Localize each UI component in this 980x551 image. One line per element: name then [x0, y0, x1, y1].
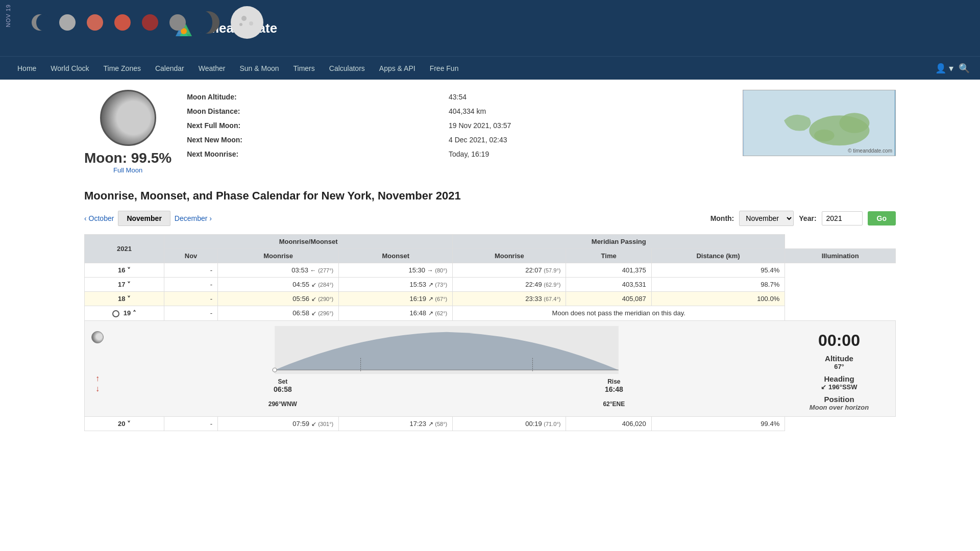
heading-icon: ↙: [821, 383, 826, 391]
down-arrow-icon: ↓: [95, 384, 100, 393]
set-label: Set 06:58 296°WNW: [268, 378, 297, 408]
rise-label: Rise 16:48 62°ENE: [603, 378, 625, 408]
nav-calculators[interactable]: Calculators: [322, 57, 372, 80]
go-button[interactable]: Go: [868, 211, 896, 226]
search-icon[interactable]: 🔍: [959, 63, 970, 74]
moonset-cell: 03:53 ← (277°): [218, 263, 339, 278]
moon-phase-3: [86, 13, 104, 32]
distance-cell: 403,531: [566, 278, 651, 292]
meridian-time-cell: 23:33 (67.4°): [453, 292, 566, 306]
next-new-value: 4 Dec 2021, 02:43: [444, 133, 732, 147]
table-row: 16 ˅ - 03:53 ← (277°) 15:30 → (80°) 22:0…: [85, 263, 896, 278]
day-cell[interactable]: 17 ˅: [85, 278, 164, 292]
moonrise-cell: 16:19 ↗ (67°): [339, 292, 453, 306]
heading-label: Heading: [788, 374, 890, 383]
table-row: 20 ˅ - 07:59 ↙ (301°) 17:23 ↗ (58°) 00:1…: [85, 416, 896, 431]
col-moonrise2: Moonrise: [453, 249, 566, 263]
col-distance: Distance (km): [651, 249, 785, 263]
set-time: 06:58: [268, 385, 297, 393]
svg-point-10: [241, 16, 247, 21]
next-full-value: 19 Nov 2021, 03:57: [444, 118, 732, 133]
moonrise-cell: 15:30 → (80°): [339, 263, 453, 278]
nav-weather[interactable]: Weather: [191, 57, 233, 80]
chart-area: Set 06:58 296°WNW Rise 16:48 62°ENE: [115, 326, 778, 408]
col-time: Time: [566, 249, 651, 263]
year-input[interactable]: [822, 211, 863, 226]
chart-labels: Set 06:58 296°WNW Rise 16:48 62°ENE: [115, 374, 778, 408]
col-illumination: Illumination: [785, 249, 896, 263]
altitude-value: 67°: [788, 363, 890, 370]
set-direction: 296°WNW: [268, 400, 297, 408]
moon-display: Moon: 99.5% Full Moon: [84, 90, 172, 174]
illumination-cell: 95.4%: [651, 263, 785, 278]
meridian-header: Meridian Passing: [453, 235, 785, 249]
svg-point-19: [839, 113, 869, 133]
svg-point-20: [814, 130, 834, 142]
chart-row: ↑ ↓: [85, 320, 896, 416]
moon-details: Moon Altitude: 43:54 Moon Distance: 404,…: [182, 90, 732, 161]
up-arrow-icon: ↑: [95, 374, 100, 383]
col-moonrise1: Moonrise: [218, 249, 339, 263]
moon-altitude-value: 43:54: [444, 90, 732, 104]
moon-phase-strip: [31, 5, 264, 40]
user-icon[interactable]: 👤 ▾: [935, 63, 953, 74]
meridian-time-cell: 00:19 (71.0°): [453, 416, 566, 431]
moon-phase-full: [230, 5, 264, 40]
meridian-time-cell: 22:07 (57.9°): [453, 263, 566, 278]
day-cell[interactable]: 16 ˅: [85, 263, 164, 278]
next-moonrise-value: Today, 16:19: [444, 147, 732, 161]
table-row: 19 ˄ - 06:58 ↙ (296°) 16:48 ↗ (62°) Moon…: [85, 306, 896, 321]
year-label: Year:: [799, 214, 816, 222]
meridian-note-cell: Moon does not pass the meridian on this …: [453, 306, 785, 321]
col-moonset: Moonset: [339, 249, 453, 263]
nav-sun-moon[interactable]: Sun & Moon: [232, 57, 286, 80]
day-cell[interactable]: 18 ˅: [85, 292, 164, 306]
moonrise-cell: 17:23 ↗ (58°): [339, 416, 453, 431]
rise-time: 16:48: [603, 385, 625, 393]
svg-point-5: [142, 14, 158, 31]
chart-time: 00:00: [788, 331, 890, 350]
moonset-cell: 04:55 ↙ (284°): [218, 278, 339, 292]
moon-phase-1: [31, 13, 49, 32]
day-cell[interactable]: 19 ˄: [85, 306, 164, 321]
svg-point-12: [239, 23, 242, 26]
nav-time-zones[interactable]: Time Zones: [96, 57, 148, 80]
svg-point-6: [169, 14, 186, 31]
table-row: 17 ˅ - 04:55 ↙ (284°) 15:53 ↗ (73°) 22:4…: [85, 278, 896, 292]
distance-cell: 401,375: [566, 263, 651, 278]
svg-point-4: [114, 14, 131, 31]
meridian-time-cell: 22:49 (62.9°): [453, 278, 566, 292]
moon-table: 2021 Moonrise/Moonset Meridian Passing N…: [84, 234, 896, 431]
col1-cell: -: [164, 306, 218, 321]
moon-distance-value: 404,334 km: [444, 104, 732, 118]
moon-distance-label: Moon Distance:: [182, 104, 444, 118]
svg-point-3: [87, 14, 103, 31]
prev-month-link[interactable]: ‹ October: [84, 214, 114, 222]
day-cell[interactable]: 20 ˅: [85, 416, 164, 431]
nav-world-clock[interactable]: World Clock: [43, 57, 96, 80]
position-label: Position: [788, 395, 890, 404]
year-header: 2021: [85, 235, 164, 263]
next-new-label: Next New Moon:: [182, 133, 444, 147]
nav-apps-api[interactable]: Apps & API: [372, 57, 423, 80]
moon-phase-2: [58, 13, 77, 32]
calendar-section: Moonrise, Moonset, and Phase Calendar fo…: [84, 184, 896, 431]
nav-free-fun[interactable]: Free Fun: [423, 57, 466, 80]
next-month-link[interactable]: December ›: [175, 214, 212, 222]
moonrise-cell: 15:53 ↗ (73°): [339, 278, 453, 292]
chart-info: 00:00 Altitude 67° Heading ↙ 196°SSW Pos…: [788, 326, 890, 411]
current-month-button[interactable]: November: [118, 211, 170, 226]
nav-calendar[interactable]: Calendar: [148, 57, 191, 80]
nav-timers[interactable]: Timers: [286, 57, 322, 80]
month-select[interactable]: November January February March April Ma…: [739, 211, 794, 226]
col1-cell: -: [164, 416, 218, 431]
moon-altitude-label: Moon Altitude:: [182, 90, 444, 104]
nav-home[interactable]: Home: [10, 57, 43, 80]
next-full-label: Next Full Moon:: [182, 118, 444, 133]
altitude-label: Altitude: [788, 354, 890, 363]
illumination-cell: 100.0%: [651, 292, 785, 306]
svg-point-2: [59, 14, 76, 31]
moonrise-cell: 16:48 ↗ (62°): [339, 306, 453, 321]
map-watermark: © timeanddate.com: [848, 148, 892, 154]
nav-bar: Home World Clock Time Zones Calendar Wea…: [0, 56, 980, 80]
